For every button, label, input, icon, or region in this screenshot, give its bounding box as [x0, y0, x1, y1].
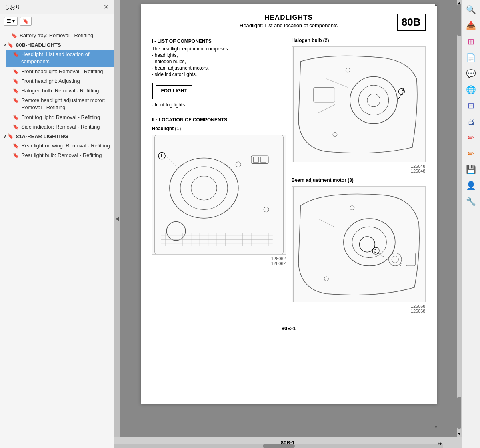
sidebar-item-rear-light-on-wing[interactable]: 🔖 Rear light on wing: Removal - Refittin… — [6, 141, 114, 151]
bookmark-icon: 🔖 — [13, 88, 19, 94]
collapse-sidebar-button[interactable]: ◀ — [114, 0, 120, 437]
section1-item-2: - halogen bulbs, — [152, 59, 286, 64]
section1-item-4: - side indicator lights, — [152, 72, 286, 77]
sidebar-item-label: Rear light bulb: Removal - Refitting — [21, 152, 110, 159]
beam-code-top: 126068 — [292, 304, 426, 309]
scroll-down-arrow[interactable]: ▼ — [457, 432, 461, 436]
collapse-right-button[interactable]: ↦ — [438, 441, 442, 446]
sidebar-item-battery-tray[interactable]: 🔖 Battery tray: Removal - Refitting — [0, 31, 114, 40]
svg-rect-41 — [293, 186, 424, 302]
section2-title: II - LOCATION OF COMPONENTS — [152, 117, 286, 123]
view-toggle-button[interactable]: ☰ ▾ — [4, 17, 18, 26]
81a-rear-lighting-children: 🔖 Rear light on wing: Removal - Refittin… — [0, 141, 114, 160]
svg-rect-50 — [406, 253, 415, 265]
sidebar-item-side-indicator[interactable]: 🔖 Side indicator: Removal - Refitting — [6, 122, 114, 132]
save-yellow-button[interactable]: 💾 — [464, 162, 478, 177]
bookmark-icon: 🔖 — [13, 152, 19, 159]
scroll-up-button[interactable]: ▲ — [434, 2, 438, 7]
sidebar-header: しおり ✕ — [0, 0, 114, 14]
scroll-down-button[interactable]: ▼ — [434, 424, 438, 430]
svg-line-37 — [318, 104, 335, 113]
fog-item-1: - front fog lights. — [152, 102, 286, 108]
halogen-diagram: 2 — [292, 46, 426, 162]
svg-text:1: 1 — [160, 154, 162, 159]
svg-point-25 — [264, 207, 269, 212]
svg-point-39 — [346, 68, 350, 72]
bookmark-icon: 🔖 — [13, 97, 19, 104]
headlight-diagram: 1 — [152, 135, 286, 255]
settings-button[interactable]: 🔧 — [464, 194, 478, 209]
bookmark-icon: 🔖 — [13, 68, 19, 75]
beam-section: Beam adjustment motor (3) — [292, 177, 426, 313]
section2: II - LOCATION OF COMPONENTS Headlight (1… — [152, 117, 286, 266]
sidebar-item-front-headlight-adjusting[interactable]: 🔖 Front headlight: Adjusting — [6, 76, 114, 86]
layout-button[interactable]: ⊞ — [464, 34, 478, 49]
grid-button[interactable]: ⊟ — [464, 98, 478, 113]
vertical-scrollbar[interactable]: ▲ ▼ — [457, 0, 462, 437]
bookmark-icon: 🔖 — [11, 32, 17, 39]
content-area: ◀ ▲ HEADLIGHTS Headlight: List and locat… — [114, 0, 462, 437]
translate-button[interactable]: 🌐 — [464, 82, 478, 97]
sidebar-group-81a-rear-lighting[interactable]: ∨ 🔖 81A-REAR LIGHTING — [0, 132, 114, 141]
page-title: HEADLIGHTS — [152, 14, 426, 22]
sidebar-tree: 🔖 Battery tray: Removal - Refitting ∨ 🔖 … — [0, 28, 114, 448]
bookmark-icon: 🔖 — [13, 143, 19, 149]
page-number: 80B-1 — [152, 325, 426, 331]
scrollbar-thumb[interactable] — [457, 4, 461, 36]
svg-text:c: c — [399, 262, 402, 267]
bookmark-icon: 🔖 — [13, 78, 19, 85]
horizontal-scrollbar[interactable] — [114, 444, 443, 448]
sidebar-group-label: 80B-HEADLIGHTS — [16, 42, 61, 48]
beam-svg: 3 — [292, 186, 425, 302]
fog-label: FOG LIGHT — [156, 85, 192, 96]
sidebar-item-label: Front fog light: Removal - Refitting — [21, 114, 110, 121]
bookmark-icon: 🔖 — [13, 124, 19, 131]
right-column: Halogen bulb (2) — [292, 34, 426, 313]
print-button[interactable]: 🖨 — [464, 114, 478, 129]
svg-point-53 — [350, 205, 354, 210]
chevron-down-icon: ∨ — [3, 43, 6, 47]
sidebar-item-label: Side indicator: Removal - Refitting — [21, 123, 110, 131]
svg-rect-28 — [260, 157, 266, 163]
zoom-in-button[interactable]: 🔍 — [464, 2, 478, 17]
bookmark-button[interactable]: 🔖 — [20, 17, 32, 26]
headlight-code-bottom: 126062 — [152, 261, 286, 266]
sidebar-item-rear-light-bulb[interactable]: 🔖 Rear light bulb: Removal - Refitting — [6, 151, 114, 160]
sidebar-item-label: Battery tray: Removal - Refitting — [20, 32, 110, 39]
svg-point-4 — [166, 222, 185, 241]
document-header: HEADLIGHTS Headlight: List and location … — [152, 14, 426, 31]
page-container[interactable]: ▲ HEADLIGHTS Headlight: List and locatio… — [120, 0, 457, 437]
document-page: HEADLIGHTS Headlight: List and location … — [141, 4, 437, 404]
sidebar-item-front-fog-light[interactable]: 🔖 Front fog light: Removal - Refitting — [6, 113, 114, 122]
svg-point-31 — [358, 85, 388, 115]
user-button[interactable]: 👤 — [464, 178, 478, 193]
note-button[interactable]: 💬 — [464, 66, 478, 81]
right-toolbar: 🔍 📥 ⊞ 📄 💬 🌐 ⊟ 🖨 ✏ ✏ 💾 👤 🔧 — [462, 0, 480, 448]
close-icon[interactable]: ✕ — [104, 3, 109, 11]
scrollbar-thumb-bottom[interactable] — [457, 397, 461, 429]
sidebar-item-headlight-list[interactable]: 🔖 Headlight: List and location of compon… — [6, 50, 114, 66]
main-content: I - LIST OF COMPONENTS The headlight equ… — [152, 34, 426, 313]
chevron-down-icon: ∨ — [3, 134, 6, 139]
bookmark-icon: 🔖 — [8, 133, 14, 139]
add-pdf-button[interactable]: 📄 — [464, 50, 478, 65]
bookmark-icon: 🔖 — [13, 114, 19, 121]
pen-orange-button[interactable]: ✏ — [464, 146, 478, 161]
sidebar-item-label: Front headlight: Adjusting — [21, 78, 110, 85]
sidebar-group-80b-headlights[interactable]: ∨ 🔖 80B-HEADLIGHTS — [0, 40, 114, 50]
svg-point-43 — [352, 227, 386, 257]
svg-text:3: 3 — [374, 248, 376, 253]
sidebar-item-label: Rear light on wing: Removal - Refitting — [21, 142, 110, 149]
svg-point-40 — [333, 132, 337, 137]
halogen-svg: 2 — [292, 46, 425, 162]
sidebar-item-front-headlight-removal[interactable]: 🔖 Front headlight: Removal - Refitting — [6, 67, 114, 76]
svg-point-30 — [350, 76, 397, 123]
save-pdf-button[interactable]: 📥 — [464, 18, 478, 33]
sidebar-item-label: Headlight: List and location of componen… — [21, 51, 110, 65]
pen-red-button[interactable]: ✏ — [464, 130, 478, 145]
fog-light-box: FOG LIGHT — [152, 83, 286, 99]
sidebar-item-halogen-bulb[interactable]: 🔖 Halogen bulb: Removal - Refitting — [6, 86, 114, 96]
sidebar-item-remote-headlight[interactable]: 🔖 Remote headlight adjustment motor: Rem… — [6, 96, 114, 112]
left-column: I - LIST OF COMPONENTS The headlight equ… — [152, 34, 286, 313]
svg-point-52 — [324, 277, 328, 281]
